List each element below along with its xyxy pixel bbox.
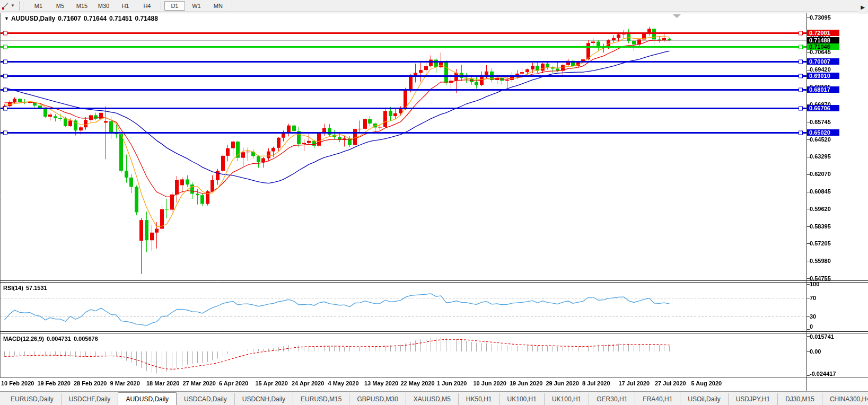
price-tick: 0.73095 xyxy=(810,14,831,21)
chart-tab-china300-h4[interactable]: CHINA300,H4 xyxy=(822,393,868,405)
chart-tab-fra40-h1[interactable]: FRA40,H1 xyxy=(635,393,680,405)
toolbar-separator xyxy=(232,2,232,10)
price-tick: 0.58395 xyxy=(810,223,831,230)
timeframe-button-mn[interactable]: MN xyxy=(208,1,229,11)
chart-tab-usoil-daily[interactable]: USOil,Daily xyxy=(680,393,727,405)
trading-terminal-window: ▼ M1M5M15M30H1H4D1W1MN ▼AUDUSD,Daily0.71… xyxy=(0,0,868,405)
price-tick: 0.54755 xyxy=(810,275,831,281)
date-label: 17 Jul 2020 xyxy=(619,380,650,386)
timeframe-button-m15[interactable]: M15 xyxy=(72,1,92,11)
toolbar-grip[interactable] xyxy=(19,2,23,10)
chart-tab-usdcnh-daily[interactable]: USDCNH,Daily xyxy=(234,393,293,405)
rsi-tick: 30 xyxy=(810,313,816,320)
date-label: 18 Mar 2020 xyxy=(146,380,179,386)
date-label: 6 Apr 2020 xyxy=(219,380,248,386)
price-level-tag: 0.70007 xyxy=(807,58,839,65)
macd-main-value: 0.004731 xyxy=(47,336,71,342)
date-label: 10 Jun 2020 xyxy=(474,380,506,386)
date-label: 9 Mar 2020 xyxy=(110,380,140,386)
chart-menu-arrow-icon: ▼ xyxy=(4,16,9,21)
line-draw-icon xyxy=(1,2,10,10)
rsi-tick: 100 xyxy=(810,281,819,287)
price-tick: 0.60845 xyxy=(810,188,831,195)
price-tick: 0.69420 xyxy=(810,66,831,73)
chart-tab-eurusd-daily[interactable]: EURUSD,Daily xyxy=(3,393,61,405)
timeframe-button-d1[interactable]: D1 xyxy=(164,1,185,11)
chart-tab-uk100-h1[interactable]: UK100,H1 xyxy=(544,393,589,405)
arrow-right-icon: ▶ xyxy=(861,4,865,10)
ohlc-high: 0.71644 xyxy=(84,15,107,22)
price-tick: 0.62070 xyxy=(810,171,831,177)
timeframe-button-m5[interactable]: M5 xyxy=(50,1,71,11)
price-tick: 0.55980 xyxy=(810,258,831,264)
date-label: 10 Feb 2020 xyxy=(1,380,34,386)
date-label: 29 Jun 2020 xyxy=(546,380,579,386)
macd-tick: 0.015741 xyxy=(810,333,834,340)
macd-tick: 0.00 xyxy=(810,348,821,355)
chart-tab-xauusd-m5[interactable]: XAUUSD,M5 xyxy=(406,393,458,405)
tab-scroll-right-button[interactable]: ▶ xyxy=(858,0,867,14)
date-label: 27 Mar 2020 xyxy=(183,380,216,386)
date-label: 19 Jun 2020 xyxy=(510,380,542,386)
macd-signal-value: 0.005676 xyxy=(74,336,98,342)
timeframe-button-h4[interactable]: H4 xyxy=(137,1,157,11)
chart-tab-uk100-h1[interactable]: UK100,H1 xyxy=(499,393,544,405)
chart-tab-audusd-daily[interactable]: AUDUSD,Daily xyxy=(118,392,177,405)
timeframe-buttons: M1M5M15M30H1H4D1W1MN xyxy=(28,1,235,11)
timeframe-button-h1[interactable]: H1 xyxy=(115,1,136,11)
date-label: 8 Jul 2020 xyxy=(582,380,610,386)
chart-tab-usdjpy-h1[interactable]: USDJPY,H1 xyxy=(728,393,777,405)
date-label: 22 May 2020 xyxy=(401,380,435,386)
ohlc-open: 0.71607 xyxy=(58,15,81,22)
timeframe-button-m1[interactable]: M1 xyxy=(28,1,49,11)
chart-tab-hk50-h1[interactable]: HK50,H1 xyxy=(458,393,499,405)
timeframe-button-m30[interactable]: M30 xyxy=(93,1,114,11)
chart-tab-ger30-h1[interactable]: GER30,H1 xyxy=(589,393,635,405)
price-tick: 0.57205 xyxy=(810,240,831,246)
date-label: 15 Apr 2020 xyxy=(256,380,288,386)
price-level-tag: 0.65020 xyxy=(807,129,839,136)
rsi-name: RSI(14) xyxy=(3,285,23,291)
date-label: 19 Feb 2020 xyxy=(38,380,71,386)
ohlc-close: 0.71488 xyxy=(135,15,157,22)
timeframe-toolbar: ▼ M1M5M15M30H1H4D1W1MN xyxy=(0,0,868,12)
chart-tab-bar: EURUSD,DailyUSDCHF,DailyAUDUSD,DailyUSDC… xyxy=(0,391,868,405)
chart-symbol: AUDUSD,Daily xyxy=(11,15,55,22)
price-level-tag: 0.71046 xyxy=(807,43,839,50)
price-tick: 0.70645 xyxy=(810,49,831,55)
rsi-indicator-label: RSI(14)57.1531 xyxy=(3,285,50,291)
date-label: 4 May 2020 xyxy=(328,380,359,386)
current-price-tag: 0.71488 xyxy=(807,37,839,43)
chart-tab-eurusd-m15[interactable]: EURUSD,M15 xyxy=(293,393,349,405)
chart-title: ▼AUDUSD,Daily0.716070.716440.714510.7148… xyxy=(4,15,161,22)
chart-tab-usdchf-daily[interactable]: USDCHF,Daily xyxy=(61,393,118,405)
price-level-tag: 0.68017 xyxy=(807,86,839,93)
date-label: 27 Jul 2020 xyxy=(655,380,686,386)
rsi-tick: 0 xyxy=(810,323,813,330)
rsi-tick: 70 xyxy=(810,295,816,301)
date-label: 24 Apr 2020 xyxy=(292,380,324,386)
date-label: 13 May 2020 xyxy=(364,380,398,386)
rsi-value: 57.1531 xyxy=(26,285,47,291)
price-tick: 0.64520 xyxy=(810,136,831,143)
timeframe-button-w1[interactable]: W1 xyxy=(186,1,207,11)
chart-tab-usdcad-daily[interactable]: USDCAD,Daily xyxy=(177,393,234,405)
macd-indicator-label: MACD(12,26,9)0.0047310.005676 xyxy=(3,336,101,342)
toolbar-separator xyxy=(161,2,161,10)
chart-tab-gbpusd-m30[interactable]: GBPUSD,M30 xyxy=(349,393,405,405)
price-level-tag: 0.66706 xyxy=(807,105,839,111)
date-label: 5 Aug 2020 xyxy=(691,380,722,386)
draw-tool-button[interactable]: ▼ xyxy=(0,0,18,12)
date-label: 28 Feb 2020 xyxy=(74,380,107,386)
ohlc-low: 0.71451 xyxy=(109,15,132,22)
date-label: 1 Jun 2020 xyxy=(437,380,467,386)
price-chart-canvas[interactable] xyxy=(0,0,868,405)
chart-tab-dj30-m15[interactable]: DJ30,M15 xyxy=(777,393,822,405)
macd-name: MACD(12,26,9) xyxy=(3,336,44,342)
macd-tick: -0.024417 xyxy=(810,371,836,377)
chevron-down-icon: ▼ xyxy=(11,4,15,8)
price-tick: 0.65745 xyxy=(810,119,831,125)
price-tick: 0.63295 xyxy=(810,153,831,160)
price-level-tag: 0.72001 xyxy=(807,30,839,36)
price-level-tag: 0.69010 xyxy=(807,73,839,79)
